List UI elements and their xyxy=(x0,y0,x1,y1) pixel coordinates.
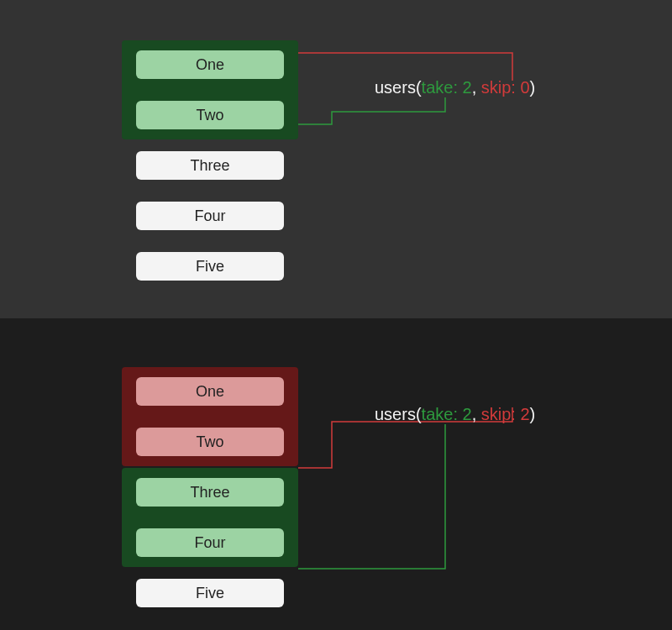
list-item: Five xyxy=(136,252,284,281)
connector-lines-top xyxy=(0,0,672,302)
list-item: Two xyxy=(136,101,284,129)
query-label-bottom: users(take: 2, skip: 2) xyxy=(375,405,535,424)
connector-lines-bottom xyxy=(0,318,672,630)
skip-param: skip: 0 xyxy=(481,78,530,97)
list-item: Five xyxy=(136,579,284,607)
skip-param: skip: 2 xyxy=(481,405,530,423)
query-label-top: users(take: 2, skip: 0) xyxy=(375,78,535,97)
list-item: Three xyxy=(136,151,284,180)
take-param: take: 2 xyxy=(422,78,472,97)
list-item: Three xyxy=(136,478,284,507)
list-item: One xyxy=(136,377,284,406)
list-item: Two xyxy=(136,428,284,456)
item-stack-bottom: One Two Three Four Five xyxy=(122,377,298,607)
take-param: take: 2 xyxy=(422,405,472,423)
list-item: One xyxy=(136,50,284,79)
diagram-bottom: One Two Three Four Five users(take: 2, s… xyxy=(0,318,672,630)
list-item: Four xyxy=(136,528,284,557)
item-stack-top: One Two Three Four Five xyxy=(122,50,298,281)
list-item: Four xyxy=(136,202,284,230)
diagram-top: One Two Three Four Five users(take: 2, s… xyxy=(0,0,672,318)
